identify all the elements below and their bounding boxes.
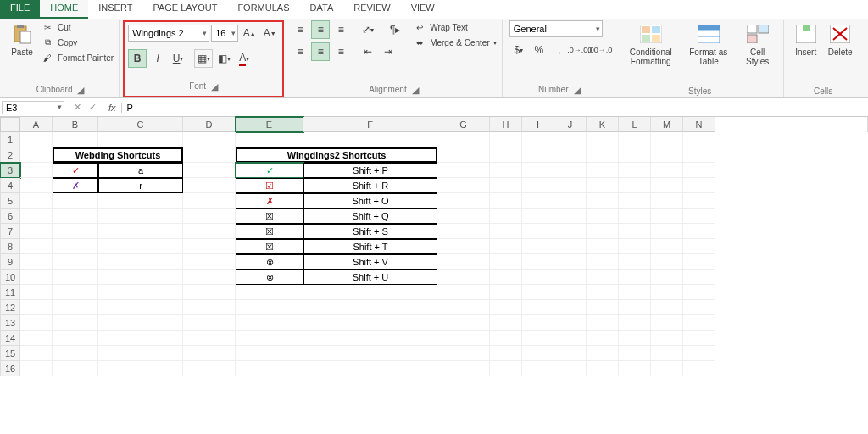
cell-M10[interactable] — [651, 270, 683, 285]
cell-I9[interactable] — [522, 254, 554, 270]
underline-button[interactable]: U ▾ — [169, 49, 187, 68]
cell-E1[interactable] — [236, 132, 303, 147]
align-right-button[interactable]: ≡ — [331, 42, 350, 61]
cell-B8[interactable] — [53, 239, 98, 254]
cell-G7[interactable] — [437, 224, 490, 239]
align-top-button[interactable]: ≡ — [291, 20, 309, 39]
row-header-8[interactable]: 8 — [0, 239, 20, 254]
cell-B9[interactable] — [53, 254, 98, 270]
cell-F15[interactable] — [303, 346, 437, 361]
cell-L15[interactable] — [619, 346, 651, 361]
cell-N10[interactable] — [683, 270, 715, 285]
cell-J8[interactable] — [554, 239, 587, 254]
cell-E14[interactable] — [236, 331, 303, 346]
cell-L12[interactable] — [619, 300, 651, 315]
cell-M7[interactable] — [651, 224, 683, 239]
cell-C13[interactable] — [98, 315, 183, 331]
cell-K14[interactable] — [587, 331, 619, 346]
cell-L2[interactable] — [619, 147, 651, 163]
cell-F7[interactable]: Shift + S — [303, 224, 437, 239]
cell-I12[interactable] — [522, 300, 554, 315]
row-header-12[interactable]: 12 — [0, 300, 20, 315]
format-as-table-button[interactable]: Format as Table — [683, 20, 734, 68]
cell-K5[interactable] — [587, 193, 619, 209]
cell-C4[interactable]: r — [98, 178, 183, 193]
cell-H3[interactable] — [490, 163, 522, 178]
conditional-formatting-button[interactable]: Conditional Formatting — [622, 20, 680, 68]
cell-E15[interactable] — [236, 346, 303, 361]
cell-C5[interactable] — [98, 193, 183, 209]
cell-F6[interactable]: Shift + Q — [303, 209, 437, 224]
cell-F8[interactable]: Shift + T — [303, 239, 437, 254]
cell-N4[interactable] — [683, 178, 715, 193]
cell-J7[interactable] — [554, 224, 587, 239]
cell-B13[interactable] — [53, 315, 98, 331]
cell-B11[interactable] — [53, 285, 98, 300]
cell-E8[interactable]: ☒ — [236, 239, 303, 254]
cell-D2[interactable] — [183, 147, 236, 163]
cell-G4[interactable] — [437, 178, 490, 193]
cell-A13[interactable] — [20, 315, 53, 331]
cell-N2[interactable] — [683, 147, 715, 163]
dialog-launcher-icon[interactable]: ◢ — [211, 81, 218, 92]
cell-J3[interactable] — [554, 163, 587, 178]
cell-B1[interactable] — [53, 132, 98, 147]
cell-C16[interactable] — [98, 361, 183, 376]
copy-button[interactable]: ⧉Copy — [41, 36, 114, 49]
cell-I11[interactable] — [522, 285, 554, 300]
cell-C11[interactable] — [98, 285, 183, 300]
cell-N5[interactable] — [683, 193, 715, 209]
cell-L14[interactable] — [619, 331, 651, 346]
font-size-combo[interactable]: 16 — [211, 25, 238, 42]
cell-J2[interactable] — [554, 147, 587, 163]
cell-J16[interactable] — [554, 361, 587, 376]
enter-formula-button[interactable]: ✓ — [85, 102, 100, 113]
row-header-15[interactable]: 15 — [0, 346, 20, 361]
cell-H13[interactable] — [490, 315, 522, 331]
cut-button[interactable]: ✂Cut — [41, 20, 114, 34]
cell-A5[interactable] — [20, 193, 53, 209]
cell-B12[interactable] — [53, 300, 98, 315]
cell-E5[interactable]: ✗ — [236, 193, 303, 209]
cell-L11[interactable] — [619, 285, 651, 300]
col-header-D[interactable]: D — [183, 117, 236, 132]
col-header-C[interactable]: C — [98, 117, 183, 132]
cell-A1[interactable] — [20, 132, 53, 147]
cell-G9[interactable] — [437, 254, 490, 270]
align-bottom-button[interactable]: ≡ — [331, 20, 350, 39]
cell-F14[interactable] — [303, 331, 437, 346]
cell-K11[interactable] — [587, 285, 619, 300]
col-header-A[interactable]: A — [20, 117, 53, 132]
cell-G14[interactable] — [437, 331, 490, 346]
cell-C7[interactable] — [98, 224, 183, 239]
cell-N9[interactable] — [683, 254, 715, 270]
cell-G3[interactable] — [437, 163, 490, 178]
cell-M16[interactable] — [651, 361, 683, 376]
cell-A3[interactable] — [20, 163, 53, 178]
cell-H16[interactable] — [490, 361, 522, 376]
percent-button[interactable]: % — [530, 41, 548, 59]
cell-F13[interactable] — [303, 315, 437, 331]
increase-font-button[interactable]: A▲ — [240, 24, 259, 42]
cell-C9[interactable] — [98, 254, 183, 270]
cell-N7[interactable] — [683, 224, 715, 239]
cell-J1[interactable] — [554, 132, 587, 147]
cell-E11[interactable] — [236, 285, 303, 300]
row-header-1[interactable]: 1 — [0, 132, 20, 147]
cell-I16[interactable] — [522, 361, 554, 376]
cell-A6[interactable] — [20, 209, 53, 224]
cell-D9[interactable] — [183, 254, 236, 270]
cell-H2[interactable] — [490, 147, 522, 163]
cell-L4[interactable] — [619, 178, 651, 193]
cell-N3[interactable] — [683, 163, 715, 178]
tab-file[interactable]: FILE — [0, 0, 40, 19]
cell-A7[interactable] — [20, 224, 53, 239]
fill-color-button[interactable]: ◧▾ — [214, 49, 233, 68]
cell-F11[interactable] — [303, 285, 437, 300]
cell-N14[interactable] — [683, 331, 715, 346]
cell-H11[interactable] — [490, 285, 522, 300]
cell-G10[interactable] — [437, 270, 490, 285]
cell-L8[interactable] — [619, 239, 651, 254]
cell-L16[interactable] — [619, 361, 651, 376]
cancel-formula-button[interactable]: ✕ — [70, 102, 85, 113]
